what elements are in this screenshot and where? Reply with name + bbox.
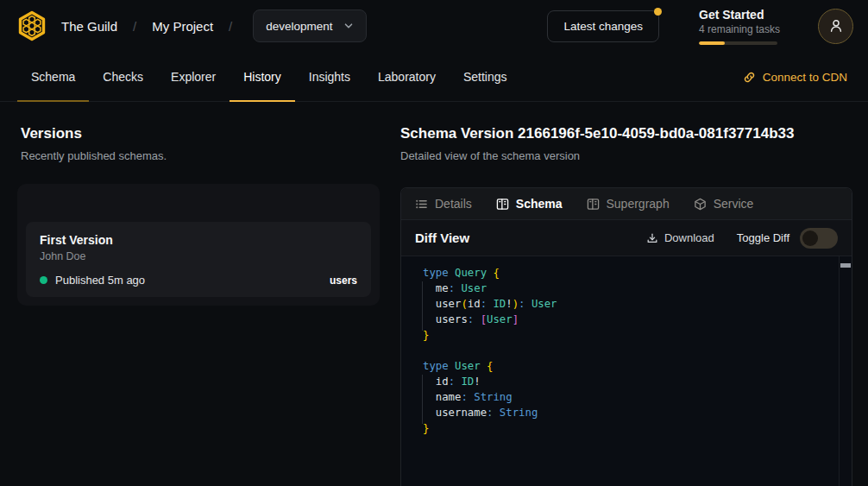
breadcrumb-org[interactable]: The Guild	[61, 19, 117, 34]
code-line: name: String	[423, 389, 852, 405]
get-started-progress-bar	[699, 41, 777, 45]
toggle-diff-switch[interactable]	[800, 228, 838, 249]
connect-to-cdn-button[interactable]: Connect to CDN	[743, 52, 847, 102]
tab-label: Insights	[309, 70, 350, 84]
schema-version-subtitle: Detailed view of the schema version	[400, 149, 580, 162]
indent-guide	[422, 281, 423, 331]
scrollbar-thumb[interactable]	[840, 263, 851, 268]
detail-tabs-bar: Details Schema Supergraph Service	[401, 188, 852, 220]
toggle-knob	[802, 230, 818, 246]
version-status-text: Published 5m ago	[55, 274, 145, 287]
code-line: id: ID!	[423, 374, 852, 389]
version-list-item[interactable]: First Version John Doe Published 5m ago …	[26, 222, 371, 297]
tab-schema[interactable]: Schema	[17, 52, 89, 101]
breadcrumb-separator: /	[229, 19, 232, 34]
schema-version-title: Schema Version 2166196f-5e10-4059-bd0a-0…	[400, 125, 794, 142]
columns-icon	[496, 198, 509, 211]
environment-select-value: development	[266, 20, 332, 33]
get-started-subtitle: 4 remaining tasks	[699, 23, 778, 35]
diff-toolbar-actions: Download Toggle Diff	[646, 228, 838, 249]
download-icon	[646, 232, 658, 244]
tab-label: Details	[435, 197, 472, 211]
tab-settings[interactable]: Settings	[450, 52, 521, 101]
diff-toolbar: Diff View Download Toggle Diff	[401, 220, 852, 256]
tab-checks[interactable]: Checks	[89, 52, 157, 101]
hive-logo-icon[interactable]	[15, 9, 49, 43]
code-line: type Query {	[423, 265, 852, 281]
get-started-progress-fill	[699, 41, 725, 45]
target-navbar: Schema Checks Explorer History Insights …	[0, 52, 868, 102]
get-started-widget[interactable]: Get Started 4 remaining tasks	[699, 8, 778, 45]
tab-supergraph[interactable]: Supergraph	[587, 197, 670, 211]
tab-history[interactable]: History	[230, 52, 295, 101]
indent-guide	[422, 375, 423, 424]
tab-service[interactable]: Service	[694, 197, 754, 211]
get-started-title: Get Started	[699, 8, 778, 22]
versions-title: Versions	[21, 125, 82, 142]
code-line: type User {	[423, 358, 852, 374]
tab-label: Laboratory	[378, 70, 436, 84]
code-line: username: String	[423, 405, 852, 420]
scrollbar-track	[839, 256, 840, 486]
tab-schema-view[interactable]: Schema	[496, 197, 563, 211]
user-avatar-button[interactable]	[818, 9, 853, 44]
versions-list-card: First Version John Doe Published 5m ago …	[17, 184, 380, 306]
tab-details[interactable]: Details	[415, 197, 472, 211]
tab-laboratory[interactable]: Laboratory	[364, 52, 450, 101]
tab-label: Settings	[463, 70, 507, 84]
tab-label: History	[243, 70, 281, 84]
schema-code-viewer[interactable]: type Query { me: User user(id: ID!): Use…	[401, 256, 852, 486]
breadcrumb-project[interactable]: My Project	[152, 19, 213, 34]
person-icon	[828, 18, 844, 34]
diff-view-title: Diff View	[415, 230, 469, 245]
breadcrumb-separator: /	[133, 19, 136, 34]
connect-to-cdn-label: Connect to CDN	[763, 71, 847, 84]
tab-label: Explorer	[171, 70, 216, 84]
code-line: user(id: ID!): User	[423, 296, 852, 312]
version-author: John Doe	[40, 250, 357, 262]
code-line: users: [User]	[423, 312, 852, 327]
toggle-diff-group: Toggle Diff	[737, 228, 838, 249]
version-status-row: Published 5m ago users	[40, 274, 357, 287]
tab-label: Checks	[103, 70, 143, 84]
notification-dot	[654, 8, 662, 16]
toggle-diff-label: Toggle Diff	[737, 231, 789, 244]
version-name: First Version	[40, 233, 357, 247]
tab-explorer[interactable]: Explorer	[157, 52, 230, 101]
latest-changes-button[interactable]: Latest changes	[547, 10, 659, 42]
cube-icon	[694, 198, 707, 211]
tab-label: Supergraph	[607, 197, 670, 211]
service-badge: users	[330, 275, 357, 287]
tab-label: Schema	[516, 197, 563, 211]
code-line: }	[423, 420, 852, 436]
header-right-cluster: Latest changes Get Started 4 remaining t…	[547, 8, 853, 45]
download-button[interactable]: Download	[646, 231, 714, 244]
environment-select[interactable]: development	[253, 9, 366, 42]
tab-label: Schema	[31, 70, 75, 84]
code-line	[423, 343, 852, 358]
list-icon	[415, 198, 428, 211]
tab-label: Service	[714, 197, 754, 211]
download-label: Download	[664, 231, 714, 244]
chevron-down-icon	[343, 21, 354, 31]
code-line: }	[423, 327, 852, 343]
app-header: The Guild / My Project / development Lat…	[0, 0, 868, 52]
tab-insights[interactable]: Insights	[295, 52, 364, 101]
versions-subtitle: Recently published schemas.	[21, 149, 167, 162]
link-icon	[743, 71, 756, 84]
published-status-icon	[40, 276, 47, 284]
code-lines: type Query { me: User user(id: ID!): Use…	[423, 265, 852, 436]
columns-icon	[587, 198, 600, 211]
latest-changes-label: Latest changes	[563, 20, 643, 33]
code-line: me: User	[423, 281, 852, 296]
version-detail-panel: Details Schema Supergraph Service Diff V…	[400, 187, 852, 486]
